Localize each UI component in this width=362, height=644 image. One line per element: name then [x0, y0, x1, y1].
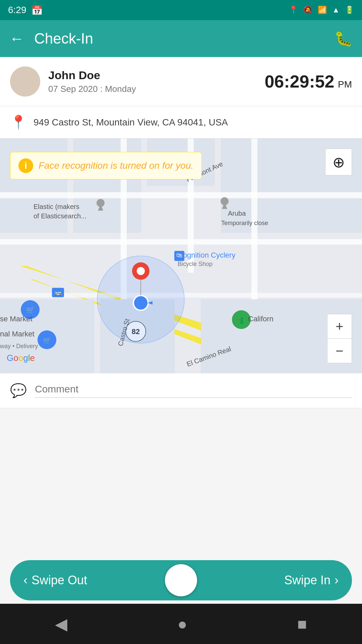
google-e: e [30, 353, 35, 363]
svg-text:🚌: 🚌 [54, 288, 62, 296]
status-bar: 6:29 📅 📍 🔕 📶 ▲ 🔋 [0, 0, 362, 20]
svg-point-34 [221, 197, 229, 205]
swipe-container[interactable]: ‹ Swipe Out Swipe In › [10, 560, 352, 600]
comment-row: 💬 [0, 373, 362, 408]
location-pin-icon: 📍 [10, 114, 27, 130]
page-title: Check-In [34, 30, 324, 47]
user-date: 07 Sep 2020 : Monday [48, 84, 136, 94]
zoom-in-button[interactable]: + [327, 314, 352, 338]
crosshair-icon: ⊕ [333, 154, 345, 171]
svg-text:🛒: 🛒 [26, 306, 35, 315]
swipe-out-chevron: ‹ [23, 573, 27, 587]
swipe-circle[interactable] [165, 564, 197, 596]
user-name: John Doe [48, 69, 136, 82]
google-g3: g [23, 353, 28, 363]
svg-text:Aruba: Aruba [228, 210, 246, 217]
location-status-icon: 📍 [289, 6, 298, 14]
info-icon: i [18, 158, 33, 173]
status-bar-right: 📍 🔕 📶 ▲ 🔋 [289, 6, 354, 14]
swipe-in-chevron: › [335, 573, 339, 587]
user-details: John Doe 07 Sep 2020 : Monday [48, 69, 136, 94]
swipe-in-label[interactable]: Swipe In › [284, 573, 339, 587]
google-logo: Google [7, 353, 35, 363]
swipe-out-label[interactable]: ‹ Swipe Out [23, 573, 87, 587]
user-card: John Doe 07 Sep 2020 : Monday 06:29:52 P… [0, 57, 362, 106]
comment-icon: 💬 [10, 383, 27, 398]
user-time: 06:29:52 PM [264, 71, 352, 92]
map-container[interactable]: 82 Castro St El Camino Real Fairmont Ave… [0, 139, 362, 373]
user-info-left: John Doe 07 Sep 2020 : Monday [10, 66, 136, 97]
comment-input[interactable] [35, 383, 352, 398]
svg-text:🛍: 🛍 [176, 252, 182, 259]
svg-text:🛒: 🛒 [43, 336, 51, 344]
swipe-out-text: Swipe Out [32, 573, 87, 587]
svg-text:nal Market: nal Market [0, 330, 35, 338]
svg-point-22 [133, 296, 148, 310]
back-button[interactable]: ← [9, 30, 24, 47]
time-value: 06:29:52 [264, 72, 334, 91]
zoom-controls: + − [327, 314, 352, 363]
nav-back-icon[interactable]: ◀ [55, 614, 67, 633]
app-bar: ← Check-In 🐛 [0, 20, 362, 57]
svg-text:Temporarily close: Temporarily close [221, 220, 268, 226]
banner-text: Face recognition is turned on for you. [39, 160, 193, 171]
time-ampm: PM [338, 79, 352, 90]
google-o2: o [18, 353, 23, 363]
svg-point-30 [97, 199, 105, 207]
location-address: 949 Castro St, Mountain View, CA 94041, … [34, 117, 228, 128]
svg-text:Cognition Cyclery: Cognition Cyclery [178, 251, 235, 259]
svg-text:way • Delivery: way • Delivery [0, 343, 38, 350]
svg-text:se Market: se Market [0, 315, 33, 323]
calendar-icon: 📅 [31, 5, 43, 16]
google-g: G [7, 353, 13, 363]
status-bar-left: 6:29 📅 [8, 5, 43, 16]
svg-rect-7 [0, 192, 362, 198]
status-time: 6:29 [8, 5, 26, 15]
battery-icon: 🔋 [345, 6, 354, 14]
wifi-icon: 📶 [318, 6, 327, 14]
svg-text:Californ: Californ [248, 315, 274, 323]
face-recognition-banner: i Face recognition is turned on for you. [10, 152, 202, 179]
bell-mute-icon: 🔕 [303, 6, 312, 14]
svg-text:of Elasticsearch...: of Elasticsearch... [34, 212, 86, 220]
google-o1: o [13, 353, 18, 363]
bug-button[interactable]: 🐛 [334, 30, 353, 47]
location-row: 📍 949 Castro St, Mountain View, CA 94041… [0, 106, 362, 139]
nav-recent-icon[interactable]: ■ [297, 615, 307, 633]
svg-text:Elastic (makers: Elastic (makers [34, 203, 79, 210]
nav-home-icon[interactable]: ● [177, 615, 187, 633]
avatar [10, 66, 40, 97]
svg-text:💲: 💲 [237, 316, 246, 324]
swipe-in-text: Swipe In [284, 573, 330, 587]
svg-rect-8 [0, 239, 362, 245]
svg-text:Bicycle Shop: Bicycle Shop [178, 261, 213, 267]
svg-point-25 [137, 267, 145, 275]
nav-bar: ◀ ● ■ [0, 604, 362, 644]
signal-icon: ▲ [332, 6, 340, 14]
crosshair-button[interactable]: ⊕ [325, 149, 352, 175]
swipe-bar[interactable]: ‹ Swipe Out Swipe In › [0, 560, 362, 600]
zoom-out-button[interactable]: − [327, 339, 352, 363]
